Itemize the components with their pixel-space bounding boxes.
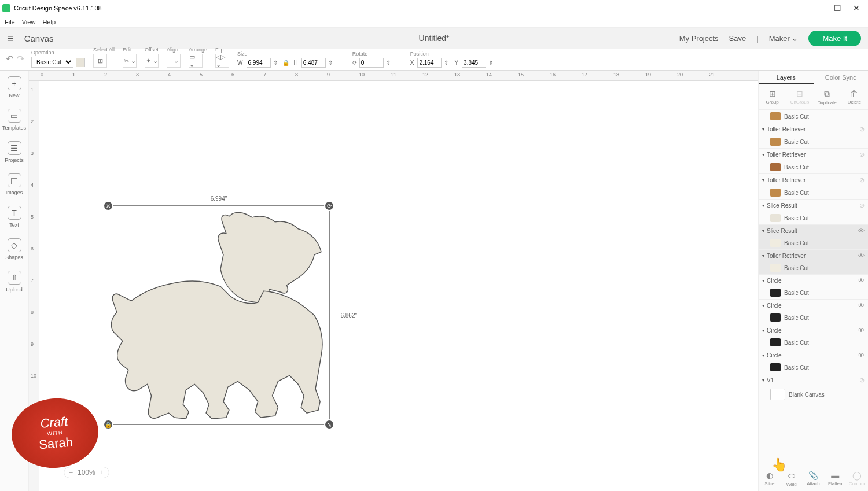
my-projects-link[interactable]: My Projects: [679, 34, 719, 43]
app-icon: [2, 4, 10, 12]
x-input[interactable]: [417, 58, 442, 68]
flip-button[interactable]: ◁▷ ⌄: [215, 54, 229, 68]
leftbtn-images[interactable]: ◫Images: [2, 171, 27, 198]
menu-help[interactable]: Help: [42, 19, 56, 25]
redo-icon[interactable]: ↷: [17, 53, 24, 64]
leftbtn-shapes[interactable]: ◇Shapes: [2, 236, 27, 263]
layer-item[interactable]: Basic Cut: [759, 110, 868, 123]
layer-item[interactable]: Blank Canvas: [759, 386, 868, 403]
rotate-input[interactable]: [359, 58, 384, 68]
arrange-button[interactable]: ▭ ⌄: [189, 54, 203, 68]
leftbtn-templates[interactable]: ▭Templates: [2, 106, 27, 133]
layer-item[interactable]: Basic Cut: [759, 286, 868, 299]
layer-item[interactable]: Basic Cut: [759, 336, 868, 349]
visibility-icon[interactable]: 👁: [858, 277, 865, 284]
dog-shape[interactable]: [108, 206, 329, 424]
layer-item[interactable]: Basic Cut: [759, 161, 868, 173]
menu-view[interactable]: View: [22, 19, 36, 25]
menu-bar: File View Help: [0, 16, 868, 28]
hamburger-icon[interactable]: ≡: [7, 32, 14, 45]
visibility-icon[interactable]: ⊘: [859, 176, 865, 184]
operation-select[interactable]: Basic Cut: [31, 57, 73, 68]
layer-item[interactable]: Basic Cut: [759, 135, 868, 148]
visibility-icon[interactable]: ⊘: [859, 125, 865, 133]
ungroup-button[interactable]: ⊟UnGroup: [786, 84, 813, 109]
minimize-button[interactable]: —: [814, 3, 822, 13]
leftbtn-projects[interactable]: ☰Projects: [2, 139, 27, 165]
operation-label: Operation: [31, 50, 85, 56]
right-panel: Layers Color Sync ⊞Group ⊟UnGroup ⧉Dupli…: [758, 71, 868, 491]
layer-group[interactable]: ▾V1⊘Blank Canvas: [759, 374, 868, 403]
zoom-in-button[interactable]: +: [100, 468, 104, 477]
y-input[interactable]: [462, 58, 486, 68]
layer-group[interactable]: ▾Slice Result⊘Basic Cut: [759, 200, 868, 225]
layer-item[interactable]: Basic Cut: [759, 186, 868, 199]
layer-group[interactable]: ▾Slice Result👁Basic Cut: [759, 225, 868, 250]
select-all-button[interactable]: ⊞: [93, 54, 107, 68]
leftbtn-new[interactable]: +New: [2, 74, 27, 101]
ruler-horizontal: 0123456789101112131415161718192021: [29, 71, 758, 81]
leftbtn-upload[interactable]: ⇧Upload: [2, 268, 27, 295]
lock-icon[interactable]: 🔒: [282, 60, 289, 66]
machine-dropdown[interactable]: Maker ⌄: [769, 34, 799, 43]
duplicate-button[interactable]: ⧉Duplicate: [814, 84, 841, 109]
layer-group[interactable]: ▾Circle👁Basic Cut: [759, 349, 868, 374]
layer-item[interactable]: Basic Cut: [759, 311, 868, 324]
layer-item[interactable]: Basic Cut: [759, 361, 868, 374]
title-bar: Cricut Design Space v6.11.108 — ☐ ✕: [0, 0, 868, 16]
edit-button[interactable]: ✂ ⌄: [123, 54, 137, 68]
layer-group[interactable]: ▾Toller Retriever⊘Basic Cut: [759, 149, 868, 174]
layer-item[interactable]: Basic Cut: [759, 261, 868, 274]
canvas-label: Canvas: [24, 34, 54, 43]
visibility-icon[interactable]: 👁: [858, 227, 865, 234]
visibility-icon[interactable]: ⊘: [859, 376, 865, 384]
weld-button[interactable]: ⬭Weld: [781, 466, 803, 491]
contour-button[interactable]: ◯Contour: [846, 466, 868, 491]
width-input[interactable]: [247, 58, 271, 68]
color-swatch[interactable]: [76, 58, 85, 67]
canvas-area[interactable]: 0123456789101112131415161718192021 12345…: [29, 71, 758, 491]
layer-group[interactable]: ▾Toller Retriever⊘Basic Cut: [759, 123, 868, 149]
visibility-icon[interactable]: 👁: [858, 327, 865, 334]
tab-color-sync[interactable]: Color Sync: [814, 71, 869, 84]
group-button[interactable]: ⊞Group: [759, 84, 786, 109]
properties-toolbar: ↶ ↷ Operation Basic Cut Select All⊞ Edit…: [0, 49, 868, 71]
layer-item[interactable]: Basic Cut: [759, 237, 868, 249]
undo-icon[interactable]: ↶: [6, 53, 13, 64]
attach-button[interactable]: 📎Attach: [803, 466, 825, 491]
selection-box[interactable]: 6.994" 6.862" ✕ ⟳ 🔒 ⤡: [108, 205, 330, 425]
layer-group[interactable]: Basic Cut: [759, 110, 868, 123]
slice-button[interactable]: ◐Slice: [759, 466, 781, 491]
maximize-button[interactable]: ☐: [834, 3, 841, 13]
visibility-icon[interactable]: 👁: [858, 252, 865, 259]
layer-group[interactable]: ▾Circle👁Basic Cut: [759, 275, 868, 300]
layer-group[interactable]: ▾Circle👁Basic Cut: [759, 300, 868, 324]
artboard[interactable]: 6.994" 6.862" ✕ ⟳ 🔒 ⤡: [39, 81, 758, 491]
zoom-control: − 100% +: [64, 467, 109, 478]
layer-group[interactable]: ▾Circle👁Basic Cut: [759, 324, 868, 349]
visibility-icon[interactable]: 👁: [858, 352, 865, 359]
tab-layers[interactable]: Layers: [759, 71, 814, 84]
flatten-button[interactable]: ▬Flatten: [824, 466, 846, 491]
visibility-icon[interactable]: 👁: [858, 302, 865, 309]
height-input[interactable]: [301, 58, 326, 68]
save-link[interactable]: Save: [729, 34, 746, 43]
layer-group[interactable]: ▾Toller Retriever⊘Basic Cut: [759, 174, 868, 200]
layer-group[interactable]: ▾Toller Retriever👁Basic Cut: [759, 250, 868, 275]
zoom-out-button[interactable]: −: [69, 468, 73, 477]
top-bar: ≡ Canvas Untitled* My Projects Save | Ma…: [0, 28, 868, 49]
close-button[interactable]: ✕: [853, 3, 860, 13]
offset-button[interactable]: ✦ ⌄: [145, 54, 159, 68]
layers-list: Basic Cut▾Toller Retriever⊘Basic Cut▾Tol…: [759, 110, 868, 466]
visibility-icon[interactable]: ⊘: [859, 202, 865, 209]
delete-button[interactable]: 🗑Delete: [841, 84, 868, 109]
app-title: Cricut Design Space v6.11.108: [14, 5, 102, 12]
selection-height-label: 6.862": [340, 312, 357, 319]
menu-file[interactable]: File: [5, 19, 15, 25]
make-it-button[interactable]: Make It: [808, 31, 861, 46]
align-button[interactable]: ≡ ⌄: [167, 54, 181, 68]
new-icon: +: [8, 76, 21, 90]
visibility-icon[interactable]: ⊘: [859, 151, 865, 158]
layer-item[interactable]: Basic Cut: [759, 212, 868, 224]
leftbtn-text[interactable]: TText: [2, 204, 27, 230]
